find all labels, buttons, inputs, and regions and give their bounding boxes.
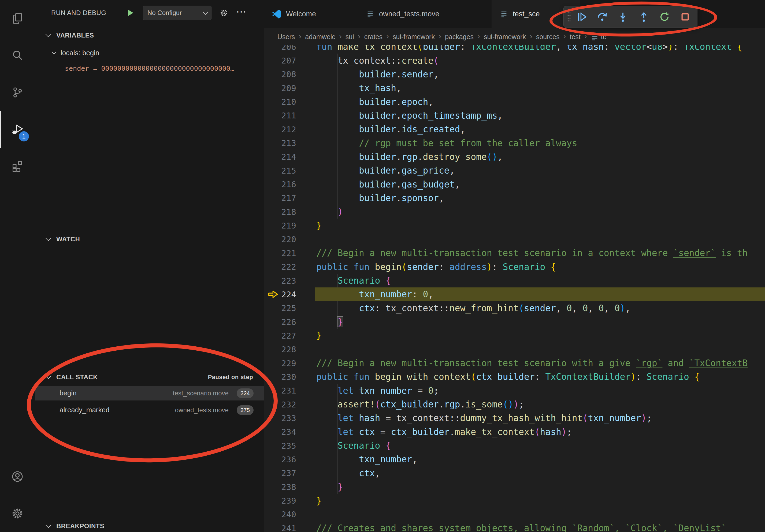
code-line[interactable]: 236 txn_number,	[264, 452, 765, 466]
breadcrumb-item[interactable]: sui-framework	[484, 33, 526, 41]
line-number[interactable]: 216	[264, 179, 296, 189]
call-stack-frame[interactable]: already_markedowned_tests.move275	[35, 402, 264, 417]
line-number[interactable]: 235	[264, 441, 296, 450]
code-line[interactable]: 240	[264, 508, 765, 521]
line-number[interactable]: 209	[264, 83, 296, 93]
code-line[interactable]: 212 builder.ids_created,	[264, 123, 765, 136]
call-stack-section-header[interactable]: CALL STACK Paused on step	[35, 370, 264, 385]
line-number[interactable]: 233	[264, 413, 296, 423]
breakpoints-section-header[interactable]: BREAKPOINTS	[35, 519, 264, 532]
line-number[interactable]: 238	[264, 482, 296, 492]
start-debugging-button[interactable]	[126, 8, 135, 17]
breadcrumb-item[interactable]: packages	[445, 33, 474, 41]
tab-owned_tests.move[interactable]: owned_tests.move	[358, 0, 492, 28]
code-line[interactable]: 220	[264, 232, 765, 246]
code-line[interactable]: 223 Scenario {	[264, 274, 765, 287]
activity-bar-item-extensions[interactable]	[0, 148, 35, 185]
activity-bar-item-accounts[interactable]	[0, 458, 35, 495]
code-line[interactable]: 207 tx_context::create(	[264, 54, 765, 67]
breadcrumb-item[interactable]: crates	[364, 33, 382, 41]
code-line[interactable]: 235 Scenario {	[264, 439, 765, 452]
code-line[interactable]: 232 assert!(ctx_builder.rgp.is_some());	[264, 398, 765, 411]
code-line[interactable]: 228	[264, 343, 765, 356]
code-line[interactable]: 241/// Creates and shares system objects…	[264, 521, 765, 532]
line-number[interactable]: 240	[264, 509, 296, 519]
activity-bar-item-source-control[interactable]	[0, 74, 35, 111]
line-number[interactable]: 219	[264, 221, 296, 230]
line-number[interactable]: 241	[264, 523, 296, 532]
line-number[interactable]: 237	[264, 468, 296, 478]
line-number[interactable]: 223	[264, 276, 296, 286]
code-line[interactable]: 219}	[264, 219, 765, 232]
debug-step-into-button[interactable]	[613, 8, 632, 26]
code-line[interactable]: 206fun make_tx_context(builder: TxContex…	[264, 45, 765, 54]
line-number[interactable]: 231	[264, 386, 296, 396]
debug-stop-button[interactable]	[676, 8, 694, 26]
debug-step-out-button[interactable]	[634, 8, 653, 26]
code-line[interactable]: 211 builder.epoch_timestamp_ms,	[264, 109, 765, 123]
code-line[interactable]: 222public fun begin(sender: address): Sc…	[264, 260, 765, 274]
code-line[interactable]: 237 ctx,	[264, 466, 765, 480]
code-line[interactable]: 230public fun begin_with_context(ctx_bui…	[264, 370, 765, 384]
code-line[interactable]: 215 builder.gas_price,	[264, 164, 765, 177]
call-stack-frame[interactable]: begintest_scenario.move224	[35, 386, 264, 400]
debug-config-dropdown[interactable]: No Configur	[143, 6, 212, 20]
line-number[interactable]: 229	[264, 359, 296, 368]
variables-scope-row[interactable]: locals: begin	[35, 46, 264, 60]
line-number[interactable]: 232	[264, 400, 296, 409]
line-number[interactable]: 221	[264, 248, 296, 258]
code-line[interactable]: 210 builder.epoch,	[264, 95, 765, 109]
code-line[interactable]: 221/// Begin a new multi-transaction tes…	[264, 246, 765, 260]
toolbar-grip-icon[interactable]	[567, 11, 571, 23]
code-line[interactable]: 238 }	[264, 480, 765, 494]
line-number[interactable]: 236	[264, 454, 296, 464]
code-line[interactable]: 229/// Begin a new multi-transaction tes…	[264, 356, 765, 370]
breadcrumb-item[interactable]: te	[591, 33, 607, 41]
code-line[interactable]: 231 let txn_number = 0;	[264, 384, 765, 398]
line-number[interactable]: 208	[264, 69, 296, 79]
code-line[interactable]: 225 ctx: tx_context::new_from_hint(sende…	[264, 301, 765, 315]
line-number[interactable]: 220	[264, 234, 296, 244]
breadcrumb-item[interactable]: adamwelc	[305, 33, 335, 41]
watch-section-header[interactable]: WATCH	[35, 232, 264, 247]
debug-restart-button[interactable]	[655, 8, 674, 26]
line-number[interactable]: 227	[264, 331, 296, 341]
debug-continue-button[interactable]	[572, 8, 591, 26]
breadcrumb-item[interactable]: Users	[278, 33, 295, 41]
line-number[interactable]: 218	[264, 207, 296, 217]
code-line[interactable]: 226 }	[264, 315, 765, 329]
code-line[interactable]: 224 txn_number: 0,	[264, 287, 765, 301]
code-line[interactable]: 218 )	[264, 205, 765, 219]
variable-row[interactable]: sender = 0000000000000000000000000000000…	[35, 61, 264, 76]
variables-section-header[interactable]: VARIABLES	[35, 28, 264, 43]
code-line[interactable]: 214 builder.rgp.destroy_some(),	[264, 150, 765, 164]
code-line[interactable]: 208 builder.sender,	[264, 68, 765, 81]
line-number[interactable]: 217	[264, 193, 296, 203]
line-number[interactable]: 215	[264, 166, 296, 175]
activity-bar-item-search[interactable]	[0, 37, 35, 74]
line-number[interactable]: 210	[264, 97, 296, 107]
more-actions-icon[interactable]: ⋯	[236, 6, 246, 17]
activity-bar-item-explorer[interactable]	[0, 0, 35, 37]
line-number[interactable]: 239	[264, 496, 296, 505]
code-line[interactable]: 213 // rgp must be set from the caller a…	[264, 136, 765, 150]
code-line[interactable]: 227}	[264, 329, 765, 342]
debug-settings-gear-icon[interactable]	[220, 9, 228, 17]
line-number[interactable]: 213	[264, 138, 296, 148]
code-line[interactable]: 234 let ctx = ctx_builder.make_tx_contex…	[264, 425, 765, 439]
breadcrumb-item[interactable]: test	[570, 33, 580, 41]
breadcrumb-item[interactable]: sources	[536, 33, 560, 41]
tab-Welcome[interactable]: Welcome	[264, 0, 358, 28]
code-line[interactable]: 216 builder.gas_budget,	[264, 177, 765, 191]
code-line[interactable]: 217 builder.sponsor,	[264, 191, 765, 205]
activity-bar-item-run-and-debug[interactable]: 1	[0, 111, 35, 148]
code-line[interactable]: 209 tx_hash,	[264, 81, 765, 95]
line-number[interactable]: 225	[264, 303, 296, 313]
line-number[interactable]: 228	[264, 345, 296, 354]
line-number[interactable]: 212	[264, 125, 296, 134]
line-number[interactable]: 230	[264, 372, 296, 382]
code-line[interactable]: 233 let hash = tx_context::dummy_tx_hash…	[264, 411, 765, 425]
line-number[interactable]: 214	[264, 152, 296, 161]
line-number[interactable]: 206	[264, 45, 296, 52]
line-number[interactable]: 207	[264, 56, 296, 65]
